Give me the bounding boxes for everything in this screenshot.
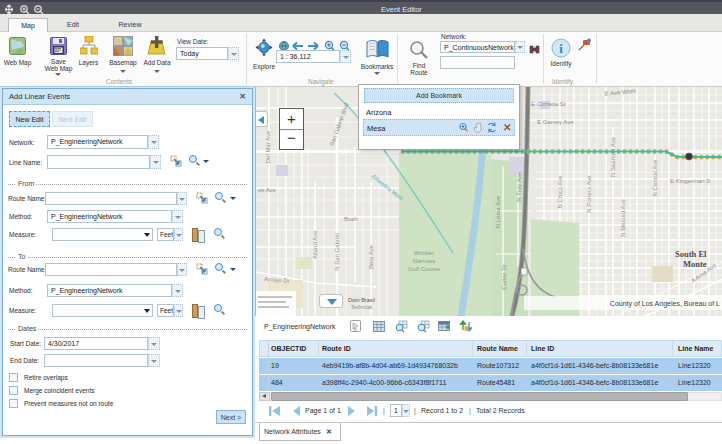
svg-text:E Ave Wom: E Ave Wom [604,88,636,97]
svg-text:Whittier: Whittier [414,250,434,256]
svg-text:Del Mar Ave: Del Mar Ave [265,130,271,163]
svg-text:E Kingerman S: E Kingerman S [670,178,710,184]
svg-text:E Garvey Ave: E Garvey Ave [537,119,574,125]
svg-text:County of Los Angeles, Bureau: County of Los Angeles, Bureau of L [610,300,720,308]
svg-text:Dom Brasil: Dom Brasil [348,297,375,303]
svg-text:Technical: Technical [351,304,372,310]
svg-text:Golf Course: Golf Course [408,266,441,272]
svg-text:Monte: Monte [683,259,707,269]
svg-text:N Merced Ave: N Merced Ave [620,199,626,237]
svg-text:E Cortada St: E Cortada St [531,101,566,107]
svg-text:N Potrero Ave: N Potrero Ave [586,175,592,213]
svg-text:Curtec Dr: Curtec Dr [501,264,507,290]
svg-text:Beta Ave: Beta Ave [368,244,374,269]
svg-text:es Ave: es Ave [258,187,277,193]
svg-text:N Central Ave: N Central Ave [652,159,658,197]
svg-text:Bush: Bush [344,216,358,222]
svg-text:N Troy Ave: N Troy Ave [516,172,522,202]
svg-text:San Gabriel Blvd: San Gabriel Blvd [329,102,350,146]
svg-text:Atland Ave: Atland Ave [312,230,318,259]
svg-text:Arroyo Dr: Arroyo Dr [264,276,290,284]
svg-text:N Lema Ave: N Lema Ave [495,195,501,228]
svg-text:N Seaman Ave: N Seaman Ave [610,136,616,177]
svg-text:South El: South El [675,249,707,259]
svg-text:N Chico Ave: N Chico Ave [557,175,563,209]
svg-text:N San Gabriel: N San Gabriel [334,233,340,271]
svg-text:Narrows: Narrows [413,258,435,264]
svg-text:i: i [559,41,563,56]
